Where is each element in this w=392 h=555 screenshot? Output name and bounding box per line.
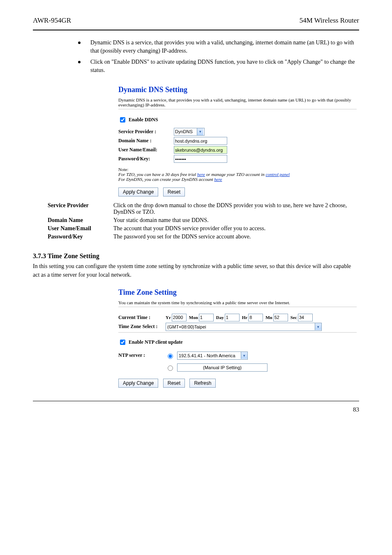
page-number: 83 — [33, 406, 359, 413]
manual-ip-input[interactable]: (Manual IP Setting) — [177, 363, 267, 372]
current-time-label: Current Time : — [118, 314, 166, 321]
bullet-icon — [78, 42, 81, 44]
chevron-down-icon: ▾ — [315, 323, 321, 330]
tz-heading: 3.7.3 Time Zone Setting — [33, 252, 359, 260]
yr-input[interactable] — [172, 314, 187, 321]
user-input[interactable] — [174, 146, 227, 154]
zone-value: (GMT+08:00)Taipei — [167, 324, 206, 329]
ntp-label: NTP server : — [118, 352, 166, 358]
divider — [118, 332, 357, 333]
header-product: 54M Wireless Router — [300, 16, 359, 25]
zone-select[interactable]: (GMT+08:00)Taipei ▾ — [166, 323, 322, 331]
note-line-1a: For TZO, you can have a 30 days free tri… — [118, 172, 197, 177]
ddns-desc: Dynamic DNS is a service, that provides … — [118, 97, 357, 109]
day-label: Day — [216, 315, 224, 320]
domain-label: Domain Name : — [118, 138, 174, 144]
ntp-enable-checkbox[interactable] — [120, 340, 125, 345]
enable-ddns-checkbox[interactable] — [120, 117, 125, 123]
ntp-select[interactable]: 192.5.41.41 - North America ▾ — [177, 352, 248, 360]
provider-value: DynDNS — [175, 128, 193, 135]
hr-label: Hr — [242, 315, 247, 320]
header-model: AWR-954GR — [33, 16, 71, 25]
apply-button[interactable]: Apply Change — [118, 187, 158, 197]
sec-input[interactable] — [298, 314, 313, 321]
note-here-link-2[interactable]: here — [214, 177, 222, 182]
bullet-text: Click on "Enable DDNS" to activate updat… — [90, 58, 359, 74]
pass-input[interactable] — [174, 155, 227, 163]
day-input[interactable] — [225, 314, 240, 321]
manual-ip-label: (Manual IP Setting) — [203, 365, 242, 370]
enable-ddns-label: Enable DDNS — [129, 117, 158, 123]
ddns-screenshot: Dynamic DNS Setting Dynamic DNS is a ser… — [115, 81, 362, 200]
note-line-2a: For DynDNS, you can create your DynDNS a… — [118, 177, 214, 182]
mon-input[interactable] — [199, 314, 214, 321]
reset-button[interactable]: Reset — [163, 187, 185, 197]
mn-input[interactable] — [273, 314, 288, 321]
tz-paragraph: In this setting you can configure the sy… — [33, 262, 359, 279]
provider-select[interactable]: DynDNS ▾ — [174, 128, 205, 136]
bullet-text: Dynamic DNS is a service, that provides … — [90, 39, 359, 55]
field-label: Password/Key — [48, 234, 113, 240]
tz-screenshot: Time Zone Setting You can maintain the s… — [115, 283, 362, 391]
zone-label: Time Zone Select : — [118, 324, 166, 330]
header-rule — [33, 30, 359, 30]
apply-button[interactable]: Apply Change — [118, 379, 158, 388]
chevron-down-icon: ▾ — [197, 128, 203, 135]
refresh-button[interactable]: Refresh — [189, 379, 216, 388]
ntp-radio-manual[interactable] — [168, 365, 173, 371]
sec-label: Sec — [291, 315, 297, 320]
footer-rule — [33, 401, 359, 401]
mn-label: Mn — [265, 315, 272, 320]
tz-title: Time Zone Setting — [118, 288, 358, 297]
note-label: Note: — [118, 167, 128, 172]
note-cp-link[interactable]: control panel — [265, 172, 290, 177]
field-label: Domain Name — [48, 217, 113, 224]
note-line-1b: or manage your TZO account in — [206, 172, 266, 177]
field-text: The password you set for the DDNS servic… — [113, 234, 359, 240]
chevron-down-icon: ▾ — [241, 352, 247, 359]
field-text: Your static domain name that use DDNS. — [113, 217, 359, 224]
provider-label: Service Provider : — [118, 129, 174, 135]
ntp-value: 192.5.41.41 - North America — [179, 353, 235, 358]
mon-label: Mon — [189, 315, 198, 320]
domain-input[interactable] — [174, 137, 227, 145]
ddns-title: Dynamic DNS Setting — [118, 86, 358, 94]
tz-desc: You can maintain the system time by sync… — [118, 300, 357, 307]
pass-label: Password/Key: — [118, 156, 174, 162]
current-time-inputs: Yr Mon Day Hr Mn Sec — [166, 314, 313, 321]
field-text: The account that your DDNS service provi… — [113, 225, 359, 232]
bullet-item: Dynamic DNS is a service, that provides … — [78, 39, 359, 55]
reset-button[interactable]: Reset — [163, 379, 185, 388]
user-label: User Name/Email: — [118, 147, 174, 153]
yr-label: Yr — [166, 315, 171, 320]
field-text: Click on the drop down manual to chose t… — [113, 202, 359, 215]
bullet-icon — [78, 61, 81, 63]
field-label: Service Provider — [48, 202, 113, 215]
ntp-enable-label: Enable NTP client update — [129, 339, 183, 345]
hr-input[interactable] — [248, 314, 263, 321]
field-label: User Name/Email — [48, 225, 113, 232]
note-here-link[interactable]: here — [197, 172, 205, 177]
ntp-radio-preset[interactable] — [168, 354, 173, 359]
ddns-note: Note: For TZO, you can have a 30 days fr… — [118, 167, 358, 182]
bullet-item: Click on "Enable DDNS" to activate updat… — [78, 58, 359, 74]
